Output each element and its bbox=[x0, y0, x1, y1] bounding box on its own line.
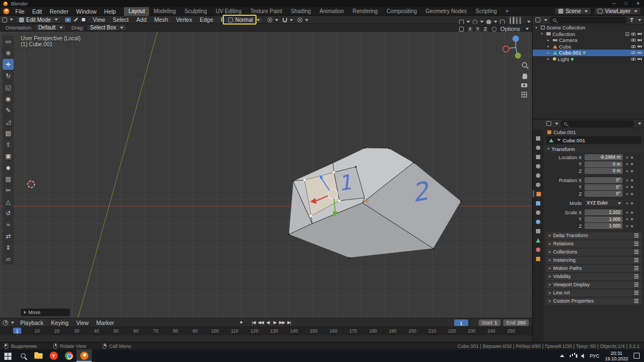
menu-item[interactable]: Mesh bbox=[150, 15, 172, 24]
workspace-tab[interactable]: Rendering bbox=[348, 7, 382, 16]
checkbox-icon[interactable]: ✓ bbox=[625, 32, 629, 36]
render-visibility-icon[interactable] bbox=[637, 45, 642, 48]
menu-item[interactable]: Playback bbox=[16, 318, 47, 327]
section-menu-icon[interactable] bbox=[634, 250, 639, 251]
property-value-field[interactable]: 1.000 bbox=[585, 216, 623, 222]
workspace-tab[interactable]: Shading bbox=[287, 7, 315, 16]
minimize-button[interactable]: ─ bbox=[608, 0, 620, 7]
operator-panel[interactable]: Move bbox=[21, 309, 70, 316]
animate-dot-icon[interactable] bbox=[631, 170, 633, 172]
transport-button[interactable]: ◀◀ bbox=[257, 320, 264, 325]
eye-icon[interactable] bbox=[631, 33, 636, 35]
workspace-tab[interactable]: Scripting bbox=[471, 7, 501, 16]
properties-tab[interactable] bbox=[533, 255, 544, 262]
menu-item[interactable]: View bbox=[73, 318, 93, 327]
maximize-button[interactable]: □ bbox=[620, 0, 632, 7]
section-header[interactable]: ▸ Instancing bbox=[546, 257, 642, 264]
render-visibility-icon[interactable] bbox=[637, 32, 642, 35]
properties-tab[interactable] bbox=[533, 153, 544, 160]
workspace-tab[interactable]: Sculpting bbox=[180, 7, 211, 16]
chevron-down-icon[interactable] bbox=[527, 21, 530, 23]
animate-dot-icon[interactable] bbox=[631, 202, 633, 204]
timeline-tracks[interactable] bbox=[0, 335, 532, 342]
animate-dot-icon[interactable] bbox=[631, 218, 633, 220]
volume-icon[interactable] bbox=[581, 354, 584, 358]
editor-type-icon[interactable] bbox=[546, 121, 551, 126]
start-button[interactable] bbox=[0, 349, 15, 362]
section-header[interactable]: ▸ Motion Paths bbox=[546, 265, 642, 272]
tool-button[interactable]: ▭ bbox=[3, 36, 14, 47]
section-header[interactable]: ▸ Visibility bbox=[546, 273, 642, 280]
menu-item[interactable]: View bbox=[89, 15, 109, 24]
properties-search[interactable] bbox=[560, 120, 634, 127]
workspace-tab[interactable]: UV Editing bbox=[211, 7, 246, 16]
blender-taskbar-button[interactable] bbox=[76, 349, 92, 362]
timeline-ruler[interactable]: 1020304050607080901001101201301401501601… bbox=[0, 327, 532, 342]
tray-expand-icon[interactable] bbox=[560, 354, 564, 357]
property-value-field[interactable]: 0 m bbox=[585, 161, 623, 167]
properties-tab[interactable] bbox=[533, 162, 544, 170]
navigation-gizmo[interactable] bbox=[503, 35, 521, 59]
animate-dot-icon[interactable] bbox=[631, 193, 633, 195]
record-button[interactable]: ● bbox=[237, 319, 245, 325]
render-visibility-icon[interactable] bbox=[637, 57, 642, 61]
property-value-field[interactable]: 1.000 bbox=[585, 223, 623, 229]
eye-icon[interactable] bbox=[631, 51, 636, 54]
section-menu-icon[interactable] bbox=[634, 258, 639, 259]
perspective-toggle-button[interactable] bbox=[522, 92, 527, 97]
decorator-icon[interactable] bbox=[626, 163, 628, 165]
vertex-select-button[interactable] bbox=[64, 17, 71, 23]
menu-item[interactable]: Edge bbox=[196, 15, 217, 24]
chrome-button[interactable] bbox=[61, 349, 76, 362]
eye-icon[interactable] bbox=[631, 58, 636, 61]
end-frame-field[interactable]: End250 bbox=[503, 319, 529, 326]
section-menu-icon[interactable] bbox=[634, 291, 639, 292]
section-header[interactable]: ▸ Collections bbox=[546, 249, 642, 256]
proportional-editing-button[interactable] bbox=[297, 17, 308, 22]
menu-item[interactable]: Render bbox=[46, 7, 72, 16]
section-header[interactable]: ▸ Line Art bbox=[546, 289, 642, 297]
axis-y-dot[interactable] bbox=[515, 53, 521, 59]
workspace-tab[interactable]: Geometry Nodes bbox=[421, 7, 472, 16]
language-indicator[interactable]: РУС bbox=[589, 353, 599, 359]
chevron-down-icon[interactable] bbox=[638, 123, 641, 125]
property-value-field[interactable]: 0 m bbox=[585, 168, 623, 174]
object-name-field[interactable]: Cube.001 bbox=[546, 136, 641, 144]
expand-icon[interactable]: ▸ bbox=[547, 38, 551, 43]
face-select-button[interactable] bbox=[80, 17, 87, 23]
pivot-point-button[interactable] bbox=[267, 17, 278, 22]
network-icon[interactable] bbox=[570, 355, 571, 357]
menu-item[interactable]: Help bbox=[100, 7, 120, 16]
eye-icon[interactable] bbox=[631, 45, 636, 48]
properties-tab[interactable] bbox=[533, 181, 544, 188]
section-menu-icon[interactable] bbox=[634, 274, 639, 275]
properties-tab[interactable] bbox=[533, 135, 544, 142]
transport-button[interactable]: ▶▶ bbox=[278, 320, 285, 325]
outliner-row[interactable]: ▾ Scene Collection ✓ bbox=[533, 25, 644, 31]
properties-tab[interactable] bbox=[533, 200, 544, 207]
file-explorer-button[interactable] bbox=[31, 349, 46, 362]
editor-type-button[interactable] bbox=[3, 320, 14, 325]
properties-tab[interactable] bbox=[533, 172, 544, 179]
transport-button[interactable]: |◀ bbox=[250, 320, 257, 325]
section-header[interactable]: ▸ Viewport Display bbox=[546, 281, 642, 288]
workspace-tab[interactable]: + bbox=[501, 7, 513, 16]
outliner-row[interactable]: ▸ Cube.001 ✓ bbox=[533, 50, 644, 56]
gizmo-z-handle[interactable] bbox=[320, 176, 323, 179]
properties-tab[interactable] bbox=[533, 209, 544, 216]
tool-button[interactable]: ↺ bbox=[3, 208, 14, 219]
clock[interactable]: 20:31 19.10.2022 bbox=[605, 351, 628, 361]
outliner-row[interactable]: ▸ Camera ✓ bbox=[533, 37, 644, 44]
taskbar-search-button[interactable] bbox=[15, 349, 31, 362]
decorator-icon[interactable] bbox=[626, 202, 628, 204]
start-frame-field[interactable]: Start1 bbox=[479, 319, 500, 326]
axis-z-dot[interactable] bbox=[512, 35, 519, 42]
animate-dot-icon[interactable] bbox=[631, 212, 633, 214]
tool-button[interactable]: ↻ bbox=[3, 70, 14, 81]
decorator-icon[interactable] bbox=[626, 179, 628, 182]
tool-button[interactable]: ✎ bbox=[3, 105, 14, 116]
render-visibility-icon[interactable] bbox=[637, 51, 642, 55]
property-value-field[interactable]: 0° bbox=[585, 184, 623, 190]
property-value-field[interactable]: -9.2484 m bbox=[585, 154, 623, 160]
yandex-browser-button[interactable]: Y bbox=[46, 349, 61, 362]
